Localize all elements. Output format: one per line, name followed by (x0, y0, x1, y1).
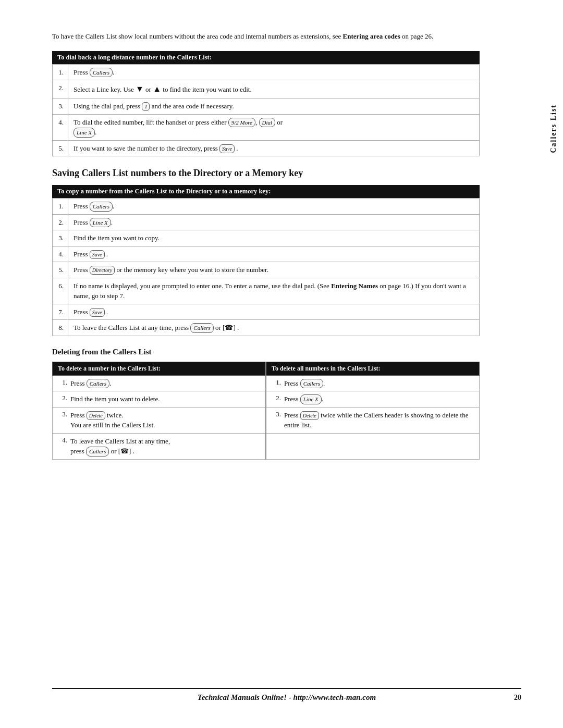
table-row: 1. Press Callers. (53, 199, 480, 215)
table-row: 4. To leave the Callers List at any time… (53, 433, 480, 459)
table-row: 3. Press Delete twice while the Callers … (272, 410, 474, 430)
step-inner: 1. Press Callers. (58, 378, 260, 389)
step-content: Select a Line key. Use ▼ or ▲ to find th… (68, 80, 480, 98)
intro-text2: on page 26. (400, 32, 434, 40)
table-row: 1. Press Callers. (53, 64, 480, 80)
table-row: 2. Press Line X. (272, 394, 474, 404)
step-num: 5. (53, 262, 68, 278)
table-row: 8. To leave the Callers List at any time… (53, 320, 480, 336)
intro-bold: Entering area codes (343, 32, 400, 40)
step-text: Press Delete twice.You are still in the … (70, 410, 260, 430)
left-step-2: 2. Find the item you want to delete. (53, 391, 266, 408)
page: Callers List To have the Callers List sh… (0, 0, 563, 728)
step-num: 1. (53, 64, 68, 80)
dial-key: Dial (259, 118, 276, 128)
saving-heading: Saving Callers List numbers to the Direc… (52, 168, 521, 179)
table-row: 7. Press Save . (53, 304, 480, 320)
right-step-2: 2. Press Line X. (266, 391, 480, 408)
step-num: 5. (53, 140, 68, 156)
step-content: Press Callers. (68, 199, 480, 215)
directory-key: Directory (90, 266, 115, 275)
step-num: 3. (53, 230, 68, 246)
step-text: Find the item you want to delete. (70, 394, 260, 404)
table-row: 3. Find the item you want to copy. (53, 230, 480, 246)
step-content: If no name is displayed, you are prompte… (68, 278, 480, 304)
delete-key: Delete (300, 411, 319, 420)
step-num: 4. (53, 246, 68, 262)
saving-steps: 1. Press Callers. 2. Press Line X. 3. Fi… (52, 198, 480, 336)
table-row: 1. Press Callers. (272, 378, 474, 389)
right-step-1: 1. Press Callers. (266, 375, 480, 391)
step-inner: 3. Press Delete twice while the Callers … (272, 410, 474, 430)
phone-icon: ☎ (225, 324, 233, 331)
linex-key: Line X (90, 218, 111, 228)
down-arrow-icon: ▼ (136, 84, 144, 93)
step-content: Press Callers. (68, 64, 480, 80)
step-content: To dial the edited number, lift the hand… (68, 114, 480, 140)
step-text: Press Callers. (284, 378, 474, 389)
step-num: 3. (58, 410, 70, 430)
left-step-4: 4. To leave the Callers List at any time… (53, 433, 266, 459)
table-row: 4. To dial the edited number, lift the h… (53, 114, 480, 140)
right-col-header: To delete all numbers in the Callers Lis… (266, 362, 480, 375)
table-row: 5. If you want to save the number to the… (53, 140, 480, 156)
step-num: 1. (58, 378, 70, 389)
dial-back-steps: 1. Press Callers. 2. Select a Line key. … (52, 64, 480, 157)
table-row: 3. Press Delete twice.You are still in t… (58, 410, 260, 430)
linex-key: Line X (300, 394, 322, 404)
table-row: 4. To leave the Callers List at any time… (58, 436, 260, 456)
table-row: 3. Press Delete twice.You are still in t… (53, 407, 480, 433)
step-num: 4. (53, 114, 68, 140)
table-row: 6. If no name is displayed, you are prom… (53, 278, 480, 304)
more-key: 9/2 More (228, 118, 255, 128)
table-row: 4. Press Save . (53, 246, 480, 262)
table-header-row: To delete a number in the Callers List: … (53, 362, 480, 375)
callers-key: Callers (86, 447, 109, 456)
step-num: 8. (53, 320, 68, 336)
step-num: 2. (272, 394, 284, 404)
step-inner: 3. Press Delete twice.You are still in t… (58, 410, 260, 430)
left-col-header: To delete a number in the Callers List: (53, 362, 266, 375)
table-row: 2. Find the item you want to delete. (58, 394, 260, 404)
delete-key: Delete (87, 411, 105, 420)
step-num: 2. (53, 80, 68, 98)
table-row: 5. Press Directory or the memory key whe… (53, 262, 480, 278)
step-inner: 4. To leave the Callers List at any time… (58, 436, 260, 456)
callers-key: Callers (87, 379, 109, 389)
deleting-section: To delete a number in the Callers List: … (52, 362, 480, 460)
step-content: To leave the Callers List at any time, p… (68, 320, 480, 336)
intro-paragraph: To have the Callers List show local numb… (52, 31, 480, 42)
callers-key: Callers (300, 379, 323, 389)
table-row: 3. Using the dial pad, press 1 and the a… (53, 98, 480, 115)
table-row: 2. Select a Line key. Use ▼ or ▲ to find… (53, 80, 480, 98)
saving-section: To copy a number from the Callers List t… (52, 185, 480, 336)
left-step-3: 3. Press Delete twice.You are still in t… (53, 407, 266, 433)
step-text: Press Delete twice while the Callers hea… (284, 410, 474, 430)
step-num: 1. (53, 199, 68, 215)
dial-back-header: To dial back a long distance number in t… (52, 51, 480, 64)
step-text: Press Callers. (70, 378, 260, 389)
one-key: 1 (142, 102, 150, 111)
step-num: 2. (58, 394, 70, 404)
step-content: Press Save . (68, 246, 480, 262)
delete-table: To delete a number in the Callers List: … (52, 362, 480, 460)
step-text: To leave the Callers List at any time,pr… (70, 436, 260, 456)
callers-key: Callers (90, 68, 113, 78)
step-num: 3. (53, 98, 68, 115)
table-row: 1. Press Callers. 1. Press Callers. (53, 375, 480, 391)
up-arrow-icon: ▲ (153, 84, 161, 93)
step-content: Press Directory or the memory key where … (68, 262, 480, 278)
step-inner: 1. Press Callers. (272, 378, 474, 389)
table-row: 2. Find the item you want to delete. 2. … (53, 391, 480, 408)
intro-text1: To have the Callers List show local numb… (52, 32, 343, 40)
step-num: 4. (58, 436, 70, 456)
page-number: 20 (514, 694, 521, 702)
step-num: 6. (53, 278, 68, 304)
footer-text: Technical Manuals Online! - http://www.t… (198, 693, 376, 702)
step-inner: 2. Find the item you want to delete. (58, 394, 260, 404)
phone-icon: ☎ (120, 447, 129, 455)
step-text: Press Line X. (284, 394, 474, 404)
step-num: 7. (53, 304, 68, 320)
save-key: Save (90, 308, 105, 317)
sidebar-label: Callers List (549, 104, 558, 153)
